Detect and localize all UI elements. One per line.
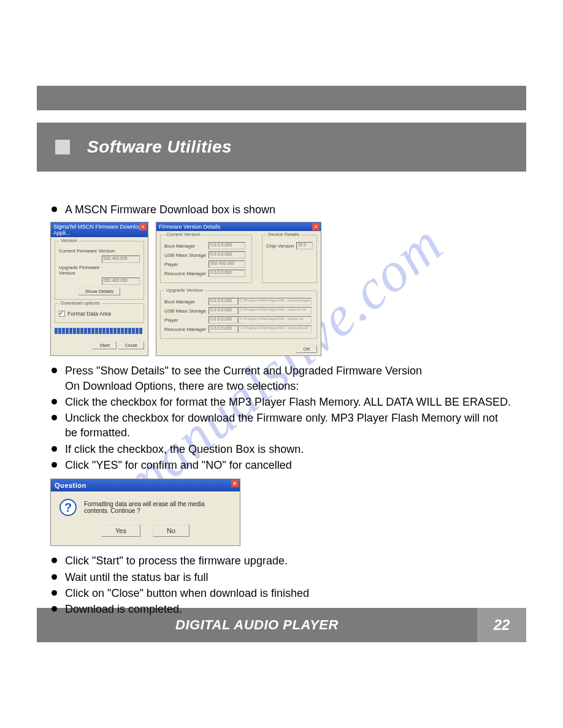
header-title: Software Utilities [87,137,232,157]
close-icon[interactable]: × [231,480,239,487]
download-options-group: Download options Format Data Area [55,303,144,323]
chip-version-value: 35 0 [296,242,313,249]
bullet-item: Click on "Close" button when download is… [50,586,513,601]
progress-bar [55,328,144,334]
checkbox-label: Format Data Area [67,311,111,317]
usbmass-value: 0.0.0.0.000 [209,251,245,259]
bootmgr-upg-value: 0.0.0.0.000 [209,298,238,305]
ok-button[interactable]: OK [296,345,317,353]
checkbox-icon [59,311,65,317]
bullet-item: Click "YES" for confirm and "NO" for can… [50,458,513,472]
usbmass-label: USB Mass Storage [164,308,209,314]
group-legend: Version [59,238,79,243]
yes-button[interactable]: Yes [101,525,140,537]
device-details-group: Device Details Chip Version35 0 [262,235,317,283]
dialog-title: Question [55,482,86,489]
group-legend: Device Details [266,232,301,237]
bullets-middle: Press "Show Details" to see the Current … [50,363,513,472]
usbmass-upg-value: 0.0.0.0.000 [209,307,238,314]
no-button[interactable]: No [153,525,190,537]
upgrade-fw-value: 002.400.000 [102,278,140,285]
firmware-details-dialog: Firmware Version Details × Current Versi… [156,222,321,356]
current-version-group: Current Version Boot Manager0.0.0.0.000 … [160,235,252,283]
firmware-download-dialog: SigmaTel MSCN Firmware Download Appli...… [50,222,148,356]
bullets-intro: A MSCN Firmware Download box is shown [50,202,513,217]
group-legend: Current Version [164,232,202,237]
bullet-item: Download is completed. [50,602,513,616]
top-strip [37,86,526,110]
dialog-titlebar: SigmaTel MSCN Firmware Download Appli...… [51,222,148,237]
dialog-title: SigmaTel MSCN Firmware Download Appli... [53,224,145,236]
dialog-titlebar: Question × [51,479,240,491]
bullet-item: Unclick the checkbox for download the Fi… [50,411,513,441]
content: A MSCN Firmware Download box is shown Si… [50,202,513,622]
resmgr-value: 0.0.0.0.000 [209,270,245,277]
player-value: 002.400.000 [209,260,245,268]
player-label: Player [164,262,209,267]
group-legend: Upgrade Version [164,287,205,293]
group-legend: Download options [59,300,102,306]
question-dialog: Question × ? Formatting data area will e… [50,479,240,546]
player-label: Player [164,317,209,323]
version-group: Version Current Firmware Version 002.400… [55,241,144,300]
bullets-end: Click "Start" to process the firmware up… [50,553,513,616]
bullet-item: Press "Show Details" to see the Current … [50,363,513,393]
bootmgr-path: C:\Program Files\SigmaTel\...\bootmanage… [238,298,312,305]
question-icon: ? [59,499,77,516]
format-data-checkbox[interactable]: Format Data Area [59,311,140,317]
usbmass-label: USB Mass Storage [164,252,209,258]
player-upg-value: 0.0.0.0.000 [209,316,238,324]
close-icon[interactable]: × [139,223,147,230]
bullet-item: Click the checkbox for format the MP3 Pl… [50,395,513,409]
upgrade-fw-label: Upgrade Firmware Version [59,265,115,276]
resmgr-label: Resource Manager [164,327,209,332]
screenshot-row: SigmaTel MSCN Firmware Download Appli...… [50,222,513,356]
bootmgr-value: 0.0.0.0.000 [209,242,245,249]
close-icon[interactable]: × [312,223,320,230]
resmgr-label: Resource Manager [164,271,209,276]
bullet-item: Click "Start" to process the firmware up… [50,553,513,568]
usbmass-path: C:\Program Files\SigmaTel\...\usbmsc.sb [238,307,312,314]
show-details-button[interactable]: Show Details [79,287,121,295]
bootmgr-label: Boot Manager [164,243,209,249]
bullet-item: If click the checkbox, the Question Box … [50,442,513,457]
header-square-icon [55,140,70,154]
chip-version-label: Chip Version [266,243,296,249]
bullet-item: A MSCN Firmware Download box is shown [50,202,513,217]
close-button[interactable]: Close [118,341,144,349]
upgrade-version-group: Upgrade Version Boot Manager0.0.0.0.000C… [160,290,317,339]
question-message: Formatting data area will erase all the … [84,501,231,514]
bullet-item: Wait until the status bar is full [50,570,513,585]
current-fw-value: 002.400.000 [102,256,140,263]
start-button[interactable]: Start [93,341,117,349]
current-fw-label: Current Firmware Version [59,248,115,254]
player-path: C:\Program Files\SigmaTel\...\player.sb [238,316,312,324]
dialog-title: Firmware Version Details [159,224,220,230]
bootmgr-label: Boot Manager [164,299,209,305]
resmgr-path: C:\Program Files\SigmaTel\...\resource.s… [238,325,312,333]
resmgr-upg-value: 0.0.0.0.000 [209,325,238,333]
header-bar: Software Utilities [37,123,526,172]
dialog-titlebar: Firmware Version Details × [156,222,321,231]
